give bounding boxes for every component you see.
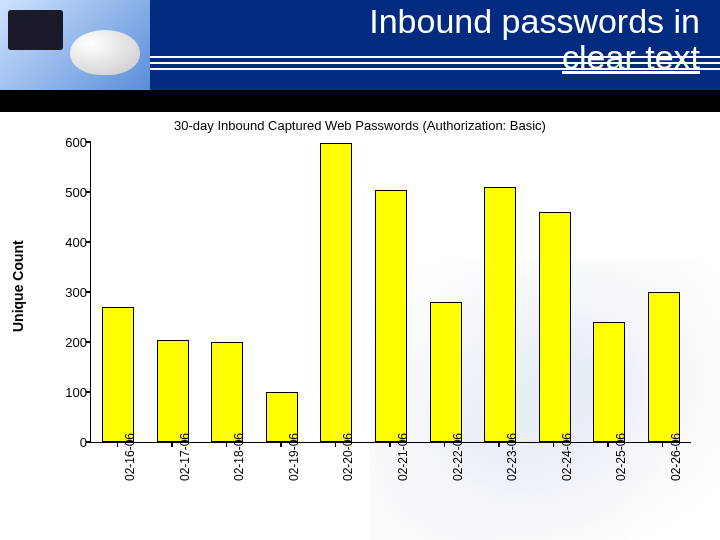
x-tick-mark [389, 442, 391, 447]
x-tick-mark [171, 442, 173, 447]
bar [648, 292, 680, 442]
y-tick-label: 400 [43, 235, 87, 250]
y-tick-label: 200 [43, 335, 87, 350]
x-tick-label: 02-17-06 [178, 432, 192, 482]
chart-area: 30-day Inbound Captured Web Passwords (A… [0, 112, 720, 540]
bar [102, 307, 134, 442]
slide-header: Inbound passwords in clear text [0, 0, 720, 90]
x-tick-label: 02-24-06 [560, 432, 574, 482]
x-tick-mark [226, 442, 228, 447]
y-tick-mark [86, 391, 91, 393]
y-tick-mark [86, 141, 91, 143]
bar [375, 190, 407, 443]
y-tick-label: 100 [43, 385, 87, 400]
y-tick-mark [86, 441, 91, 443]
header-graphic [0, 0, 150, 90]
x-tick-mark [444, 442, 446, 447]
bar [484, 187, 516, 442]
x-tick-mark [498, 442, 500, 447]
bar [211, 342, 243, 442]
y-tick-mark [86, 241, 91, 243]
x-tick-label: 02-25-06 [614, 432, 628, 482]
y-tick-mark [86, 191, 91, 193]
y-tick-mark [86, 341, 91, 343]
chart-title: 30-day Inbound Captured Web Passwords (A… [0, 118, 720, 133]
x-tick-label: 02-16-06 [123, 432, 137, 482]
bar [430, 302, 462, 442]
bar [320, 143, 352, 442]
slide-title: Inbound passwords in clear text [160, 0, 720, 94]
x-tick-mark [553, 442, 555, 447]
y-tick-label: 500 [43, 185, 87, 200]
x-tick-label: 02-21-06 [396, 432, 410, 482]
x-tick-label: 02-20-06 [341, 432, 355, 482]
plot-region: 0100200300400500600 [90, 142, 691, 443]
y-tick-label: 300 [43, 285, 87, 300]
x-tick-label: 02-19-06 [287, 432, 301, 482]
x-tick-mark [117, 442, 119, 447]
bar [157, 340, 189, 443]
x-tick-label: 02-23-06 [505, 432, 519, 482]
y-tick-mark [86, 291, 91, 293]
x-tick-mark [335, 442, 337, 447]
x-tick-mark [607, 442, 609, 447]
x-tick-label: 02-22-06 [451, 432, 465, 482]
title-line1: Inbound passwords in [369, 2, 700, 40]
x-tick-label: 02-26-06 [669, 432, 683, 482]
y-tick-label: 600 [43, 135, 87, 150]
y-tick-label: 0 [43, 435, 87, 450]
x-tick-label: 02-18-06 [232, 432, 246, 482]
y-axis-label: Unique Count [10, 240, 26, 332]
title-line2: clear text [562, 38, 700, 76]
x-tick-mark [280, 442, 282, 447]
bar [593, 322, 625, 442]
x-tick-mark [662, 442, 664, 447]
bar [539, 212, 571, 442]
